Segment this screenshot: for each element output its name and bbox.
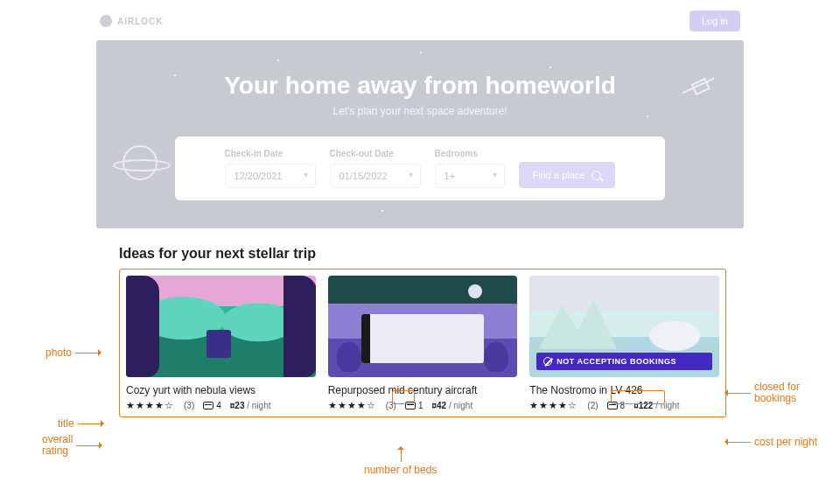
listing-title: The Nostromo in LV-426 [529, 384, 719, 396]
brand-logo[interactable]: AIRLOCK [100, 15, 164, 27]
login-button[interactable]: Log in [690, 10, 740, 32]
bed-icon [405, 402, 416, 410]
review-count: (2) [587, 401, 598, 410]
annotation-rating: overallrating [42, 434, 73, 457]
closed-banner: NOT ACCEPTING BOOKINGS [536, 353, 712, 370]
rating-stars: ★★★★☆ [126, 401, 173, 410]
price: ¤42 / night [431, 401, 472, 410]
listing-card[interactable]: NOT ACCEPTING BOOKINGS The Nostromo in L… [529, 276, 719, 410]
listing-title: Repurposed mid century aircraft [328, 384, 518, 396]
listing-title: Cozy yurt with nebula views [126, 384, 316, 396]
review-count: (3) [386, 401, 396, 410]
price: ¤23 / night [230, 401, 271, 410]
section-title: Ideas for your next stellar trip [119, 246, 726, 262]
listing-photo: NOT ACCEPTING BOOKINGS [529, 276, 719, 377]
satellite-icon [673, 60, 724, 111]
find-place-button[interactable]: Find a place [519, 162, 616, 188]
hero-banner: Your home away from homeworld Let's plan… [96, 40, 744, 228]
annotation-closed: closed forbookings [754, 382, 800, 404]
bed-count: 4 [203, 401, 221, 410]
rating-stars: ★★★★☆ [529, 401, 577, 410]
no-entry-icon [543, 357, 552, 366]
search-form: Check-in Date 12/20/2021 Check-out Date … [175, 136, 665, 200]
planet-icon [122, 145, 158, 180]
review-count: (3) [184, 401, 194, 410]
listing-photo [126, 276, 316, 377]
search-icon [592, 171, 601, 180]
bed-count: 8 [607, 401, 626, 410]
annotation-price: cost per night [754, 436, 817, 448]
brand-name: AIRLOCK [117, 17, 164, 26]
annotation-title: title [58, 417, 74, 430]
bedrooms-label: Bedrooms [435, 149, 478, 158]
listing-card[interactable]: Repurposed mid century aircraft ★★★★☆ (3… [328, 276, 518, 410]
annotation-photo: photo [46, 346, 72, 359]
hero-subtitle: Let's plan your next space adventure! [131, 105, 709, 117]
listing-card[interactable]: Cozy yurt with nebula views ★★★★☆ (3) 4 … [126, 276, 316, 410]
bed-count: 1 [405, 401, 424, 410]
checkout-label: Check-out Date [330, 149, 394, 158]
bedrooms-select[interactable]: 1+ [435, 164, 505, 188]
hero-title: Your home away from homeworld [131, 72, 709, 100]
price: ¤122 / night [634, 401, 679, 410]
rating-stars: ★★★★☆ [328, 401, 375, 410]
checkin-input[interactable]: 12/20/2021 [225, 164, 316, 188]
listing-photo [328, 276, 518, 377]
brand-mark-icon [100, 15, 112, 27]
checkin-label: Check-in Date [225, 149, 284, 158]
checkout-input[interactable]: 01/15/2022 [330, 164, 421, 188]
bed-icon [607, 402, 618, 410]
listing-row: Cozy yurt with nebula views ★★★★☆ (3) 4 … [119, 269, 726, 417]
find-place-label: Find a place [533, 170, 585, 180]
bed-icon [203, 402, 214, 410]
annotation-beds: number of beds [364, 464, 437, 476]
